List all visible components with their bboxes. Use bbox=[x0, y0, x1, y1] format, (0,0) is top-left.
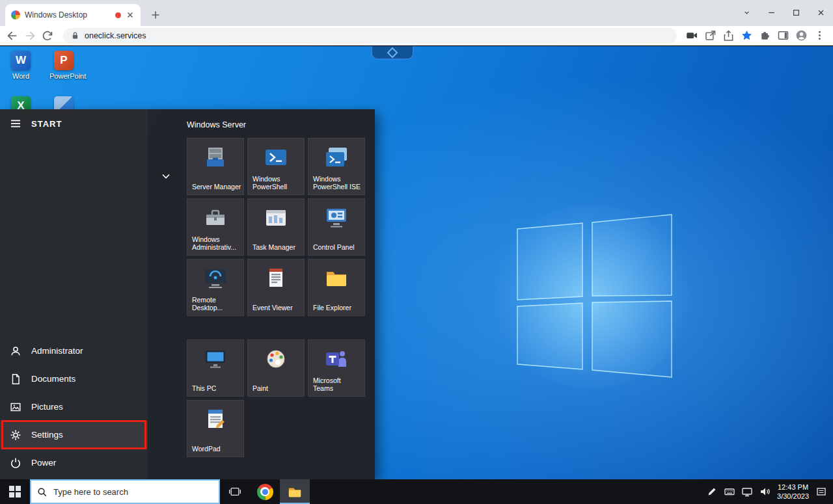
volume-icon[interactable] bbox=[759, 486, 770, 497]
file-explorer-icon bbox=[325, 267, 348, 290]
start-menu-item-label: Documents bbox=[31, 374, 75, 384]
this-pc-icon bbox=[204, 347, 227, 371]
clock-date: 3/30/2023 bbox=[777, 492, 809, 501]
task-view-icon bbox=[228, 485, 241, 498]
reload-button[interactable] bbox=[40, 29, 55, 43]
extensions-puzzle-icon[interactable] bbox=[758, 29, 772, 42]
start-menu-item-label: Power bbox=[31, 458, 56, 468]
tile-group-title: Windows Server bbox=[187, 120, 246, 129]
document-icon bbox=[10, 373, 21, 385]
tile-label: WordPad bbox=[192, 445, 241, 453]
taskbar: 12:43 PM 3/30/2023 bbox=[0, 479, 833, 504]
wordpad-icon bbox=[204, 408, 227, 431]
tile-server-manager[interactable]: Server Manager bbox=[187, 138, 244, 195]
paint-icon bbox=[264, 347, 288, 371]
hamburger-menu-icon[interactable] bbox=[10, 118, 21, 129]
back-button[interactable] bbox=[5, 29, 20, 43]
forward-button[interactable] bbox=[23, 29, 37, 43]
desktop-icon-word[interactable]: W Word bbox=[7, 51, 35, 80]
tile-windows-powershell[interactable]: Windows PowerShell bbox=[247, 138, 305, 195]
profile-avatar[interactable] bbox=[795, 29, 808, 42]
tile-this-pc[interactable]: This PC bbox=[187, 339, 244, 397]
tab-search-chevron-icon[interactable] bbox=[741, 7, 752, 18]
user-icon bbox=[10, 345, 21, 357]
window-minimize-button[interactable] bbox=[766, 7, 777, 18]
tile-group-primary: Server Manager Windows PowerShell Window… bbox=[187, 138, 365, 316]
tile-label: Paint bbox=[253, 384, 302, 393]
tile-paint[interactable]: Paint bbox=[247, 339, 305, 397]
file-explorer-taskbar-button[interactable] bbox=[280, 479, 310, 504]
bookmark-star-icon[interactable] bbox=[740, 29, 754, 42]
tile-windows-powershell-ise[interactable]: Windows PowerShell ISE bbox=[308, 138, 365, 195]
start-button[interactable] bbox=[0, 479, 30, 504]
session-toolbar-handle[interactable] bbox=[371, 46, 414, 60]
chevron-down-icon[interactable] bbox=[161, 172, 171, 181]
network-icon[interactable] bbox=[742, 486, 752, 497]
tile-event-viewer[interactable]: Event Viewer bbox=[247, 259, 305, 316]
taskbar-search[interactable] bbox=[30, 479, 220, 504]
screen-record-icon[interactable] bbox=[685, 29, 699, 42]
tab-close-icon[interactable] bbox=[126, 10, 135, 20]
new-tab-button[interactable] bbox=[151, 10, 160, 20]
tile-file-explorer[interactable]: File Explorer bbox=[308, 259, 365, 316]
start-menu-title: START bbox=[31, 119, 62, 129]
action-center-icon[interactable] bbox=[816, 486, 826, 497]
tile-label: Task Manager bbox=[253, 243, 302, 252]
tile-label: File Explorer bbox=[313, 304, 362, 312]
tile-label: Server Manager bbox=[192, 183, 241, 191]
tile-wordpad[interactable]: WordPad bbox=[187, 400, 244, 457]
tile-label: Control Panel bbox=[313, 243, 362, 252]
control-panel-icon bbox=[325, 206, 348, 230]
start-menu-item-power[interactable]: Power bbox=[0, 449, 148, 477]
start-menu-item-label: Administrator bbox=[31, 346, 83, 356]
start-menu-item-administrator[interactable]: Administrator bbox=[0, 337, 148, 365]
address-bar[interactable]: oneclick.services bbox=[63, 28, 677, 44]
url-text: oneclick.services bbox=[85, 31, 146, 40]
window-close-button[interactable] bbox=[815, 7, 826, 18]
open-in-new-icon[interactable] bbox=[703, 29, 717, 42]
task-manager-icon bbox=[264, 206, 288, 230]
tile-microsoft-teams[interactable]: Microsoft Teams bbox=[308, 339, 365, 397]
start-menu-item-label: Pictures bbox=[31, 402, 63, 412]
clock-time: 12:43 PM bbox=[777, 483, 809, 492]
start-menu-item-documents[interactable]: Documents bbox=[0, 365, 148, 393]
tile-label: Windows PowerShell bbox=[253, 175, 302, 191]
share-icon[interactable] bbox=[722, 29, 735, 42]
start-menu-item-pictures[interactable]: Pictures bbox=[0, 393, 148, 421]
window-maximize-button[interactable] bbox=[791, 7, 802, 18]
toolbar-actions bbox=[685, 29, 828, 42]
tile-label: This PC bbox=[192, 384, 241, 393]
desktop-icon-powerpoint[interactable]: P PowerPoint bbox=[49, 51, 78, 80]
pen-icon[interactable] bbox=[707, 486, 717, 497]
pictures-icon bbox=[10, 401, 21, 413]
tile-task-manager[interactable]: Task Manager bbox=[247, 198, 305, 256]
icon-letter: W bbox=[16, 54, 26, 67]
task-view-button[interactable] bbox=[220, 479, 250, 504]
chrome-taskbar-button[interactable] bbox=[250, 479, 280, 504]
tile-control-panel[interactable]: Control Panel bbox=[308, 198, 365, 256]
windows-logo-wallpaper bbox=[495, 196, 690, 391]
start-menu: START Administrator Documents Pictures bbox=[0, 109, 375, 479]
chrome-icon bbox=[257, 484, 273, 500]
touch-keyboard-icon[interactable] bbox=[724, 486, 735, 497]
diamond-icon bbox=[387, 47, 398, 58]
browser-tab[interactable]: Windows Desktop bbox=[5, 4, 141, 26]
settings-highlight-annotation bbox=[1, 420, 146, 449]
side-panel-icon[interactable] bbox=[776, 29, 790, 42]
server-manager-icon bbox=[204, 146, 227, 169]
teams-icon bbox=[325, 347, 348, 371]
tile-remote-desktop[interactable]: Remote Desktop... bbox=[187, 259, 244, 316]
start-menu-header: START bbox=[0, 118, 62, 129]
tile-windows-administrative-tools[interactable]: Windows Administrativ... bbox=[187, 198, 244, 256]
powershell-ise-icon bbox=[325, 146, 348, 169]
search-input[interactable] bbox=[52, 486, 213, 497]
start-menu-item-settings[interactable]: Settings bbox=[0, 421, 148, 449]
lock-icon bbox=[71, 31, 79, 40]
browser-tab-strip: Windows Desktop bbox=[0, 0, 833, 26]
word-icon: W bbox=[11, 51, 31, 70]
start-menu-items: Administrator Documents Pictures Setting… bbox=[0, 337, 148, 477]
tile-label: Remote Desktop... bbox=[192, 296, 241, 312]
taskbar-clock[interactable]: 12:43 PM 3/30/2023 bbox=[777, 483, 809, 501]
file-explorer-icon bbox=[288, 484, 302, 499]
menu-kebab-icon[interactable] bbox=[813, 29, 826, 42]
